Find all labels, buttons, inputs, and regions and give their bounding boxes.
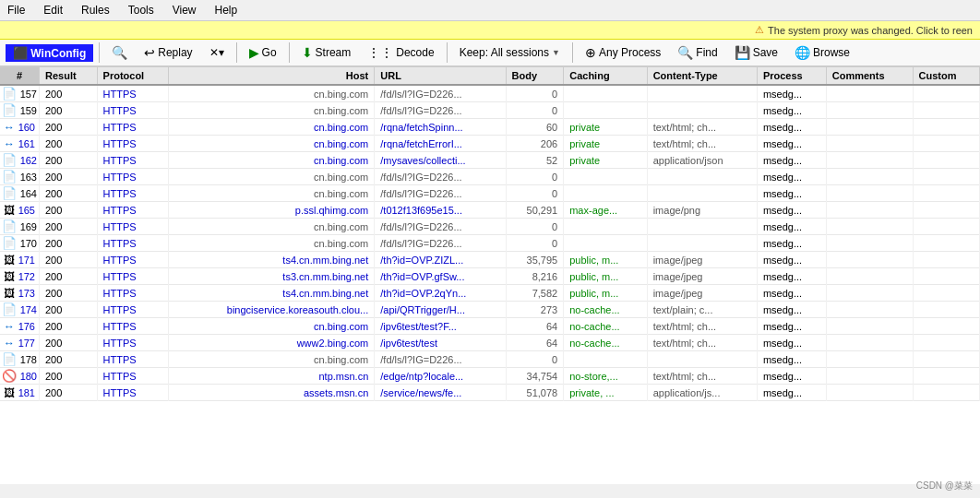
row-custom	[913, 219, 980, 235]
table-row[interactable]: 📄 159 200 HTTPS cn.bing.com /fd/ls/l?IG=…	[0, 102, 980, 119]
row-url[interactable]: /rqna/fetchErrorI...	[375, 136, 506, 152]
row-host: cn.bing.com	[168, 119, 374, 136]
row-result: 200	[39, 136, 97, 152]
col-num[interactable]: #	[0, 67, 39, 85]
row-caching	[564, 102, 647, 119]
row-url[interactable]: /edge/ntp?locale...	[375, 368, 506, 385]
row-url[interactable]: /ipv6test/test?F...	[375, 318, 506, 335]
table-row[interactable]: 📄 170 200 HTTPS cn.bing.com /fd/ls/l?IG=…	[0, 235, 980, 252]
row-comments	[826, 368, 913, 385]
sessions-table-container[interactable]: # Result Protocol Host URL Body Caching …	[0, 67, 980, 484]
row-custom	[913, 136, 980, 152]
col-content-type[interactable]: Content-Type	[647, 67, 757, 85]
table-row[interactable]: 🖼 171 200 HTTPS ts4.cn.mm.bing.net /th?i…	[0, 252, 980, 268]
row-custom	[913, 102, 980, 119]
keep-button[interactable]: Keep: All sessions ▼	[453, 43, 567, 62]
row-url[interactable]: /service/news/fe...	[375, 385, 506, 401]
col-body[interactable]: Body	[506, 67, 564, 85]
notification-bar[interactable]: ⚠ The system proxy was changed. Click to…	[0, 21, 980, 40]
row-body: 0	[506, 169, 564, 185]
menu-edit[interactable]: Edit	[40, 2, 66, 18]
row-url[interactable]: /rqna/fetchSpinn...	[375, 119, 506, 136]
row-url[interactable]: /t012f13f695e15...	[375, 202, 506, 219]
col-result[interactable]: Result	[39, 67, 97, 85]
row-protocol: HTTPS	[97, 119, 168, 136]
table-row[interactable]: 📄 157 200 HTTPS cn.bing.com /fd/ls/l?IG=…	[0, 85, 980, 102]
col-host[interactable]: Host	[168, 67, 374, 85]
row-url[interactable]: /fd/ls/l?IG=D226...	[375, 169, 506, 185]
row-url[interactable]: /fd/ls/l?IG=D226...	[375, 235, 506, 252]
row-protocol: HTTPS	[97, 235, 168, 252]
table-row[interactable]: 🖼 173 200 HTTPS ts4.cn.mm.bing.net /th?i…	[0, 285, 980, 302]
table-row[interactable]: ↔ 176 200 HTTPS cn.bing.com /ipv6test/te…	[0, 318, 980, 335]
browse-icon: 🌐	[795, 45, 810, 60]
row-process: msedg...	[757, 285, 826, 302]
col-custom[interactable]: Custom	[913, 67, 980, 85]
col-comments[interactable]: Comments	[826, 67, 913, 85]
warning-icon: ⚠	[755, 24, 764, 36]
row-comments	[826, 119, 913, 136]
row-url[interactable]: /th?id=OVP.gfSw...	[375, 268, 506, 285]
col-url[interactable]: URL	[375, 67, 506, 85]
row-url[interactable]: /fd/ls/l?IG=D226...	[375, 85, 506, 102]
menu-tools[interactable]: Tools	[125, 2, 158, 18]
row-url[interactable]: /fd/ls/l?IG=D226...	[375, 185, 506, 202]
table-row[interactable]: 📄 169 200 HTTPS cn.bing.com /fd/ls/l?IG=…	[0, 219, 980, 235]
row-custom	[913, 318, 980, 335]
table-row[interactable]: ↔ 160 200 HTTPS cn.bing.com /rqna/fetchS…	[0, 119, 980, 136]
row-url[interactable]: /th?id=OVP.2qYn...	[375, 285, 506, 302]
row-comments	[826, 252, 913, 268]
row-icon-cell: ↔ 161	[0, 136, 39, 152]
col-process[interactable]: Process	[757, 67, 826, 85]
row-protocol: HTTPS	[97, 318, 168, 335]
winconfig-button[interactable]: ⬛ WinConfig	[6, 44, 93, 62]
row-custom	[913, 351, 980, 368]
row-url[interactable]: /ipv6test/test	[375, 335, 506, 351]
table-row[interactable]: 📄 163 200 HTTPS cn.bing.com /fd/ls/l?IG=…	[0, 169, 980, 185]
table-row[interactable]: 📄 162 200 HTTPS cn.bing.com /mysaves/col…	[0, 152, 980, 169]
browse-button[interactable]: 🌐 Browse	[788, 42, 856, 63]
find-button[interactable]: 🔍 Find	[671, 42, 723, 63]
decode-button[interactable]: ⋮⋮ Decode	[361, 42, 440, 63]
menu-help[interactable]: Help	[211, 2, 242, 18]
menu-rules[interactable]: Rules	[78, 2, 114, 18]
row-url[interactable]: /th?id=OVP.ZIZL...	[375, 252, 506, 268]
row-body: 60	[506, 119, 564, 136]
table-row[interactable]: 📄 178 200 HTTPS cn.bing.com /fd/ls/l?IG=…	[0, 351, 980, 368]
row-url[interactable]: /fd/ls/l?IG=D226...	[375, 351, 506, 368]
table-row[interactable]: 📄 174 200 HTTPS bingciservice.koreasouth…	[0, 302, 980, 318]
table-row[interactable]: 🖼 181 200 HTTPS assets.msn.cn /service/n…	[0, 385, 980, 401]
replay-button[interactable]: ↩ Replay	[137, 42, 198, 63]
row-content-type: image/jpeg	[647, 268, 757, 285]
table-row[interactable]: ↔ 177 200 HTTPS www2.bing.com /ipv6test/…	[0, 335, 980, 351]
col-caching[interactable]: Caching	[564, 67, 647, 85]
menu-view[interactable]: View	[169, 2, 200, 18]
table-row[interactable]: 🖼 172 200 HTTPS ts3.cn.mm.bing.net /th?i…	[0, 268, 980, 285]
row-icon-cell: 📄 178	[0, 351, 39, 368]
table-row[interactable]: 📄 164 200 HTTPS cn.bing.com /fd/ls/l?IG=…	[0, 185, 980, 202]
row-result: 200	[39, 252, 97, 268]
col-protocol[interactable]: Protocol	[97, 67, 168, 85]
x-button[interactable]: ✕▾	[203, 43, 231, 62]
save-button[interactable]: 💾 Save	[728, 42, 784, 63]
stream-button[interactable]: ⬇ Stream	[295, 42, 358, 63]
row-url[interactable]: /fd/ls/l?IG=D226...	[375, 102, 506, 119]
row-url[interactable]: /mysaves/collecti...	[375, 152, 506, 169]
go-button[interactable]: ▶ Go	[243, 42, 283, 63]
row-caching: no-cache...	[564, 302, 647, 318]
table-row[interactable]: 🚫 180 200 HTTPS ntp.msn.cn /edge/ntp?loc…	[0, 368, 980, 385]
anyprocess-icon: ⊕	[585, 45, 596, 60]
row-custom	[913, 285, 980, 302]
replay-icon: ↩	[144, 45, 155, 60]
table-row[interactable]: 🖼 165 200 HTTPS p.ssl.qhimg.com /t012f13…	[0, 202, 980, 219]
row-custom	[913, 85, 980, 102]
magnify-button[interactable]: 🔍	[105, 42, 134, 63]
row-body: 273	[506, 302, 564, 318]
menu-file[interactable]: File	[4, 2, 29, 18]
row-url[interactable]: /api/QRTrigger/H...	[375, 302, 506, 318]
anyprocess-button[interactable]: ⊕ Any Process	[579, 42, 667, 63]
row-url[interactable]: /fd/ls/l?IG=D226...	[375, 219, 506, 235]
table-row[interactable]: ↔ 161 200 HTTPS cn.bing.com /rqna/fetchE…	[0, 136, 980, 152]
decode-label: Decode	[396, 46, 434, 59]
row-comments	[826, 169, 913, 185]
